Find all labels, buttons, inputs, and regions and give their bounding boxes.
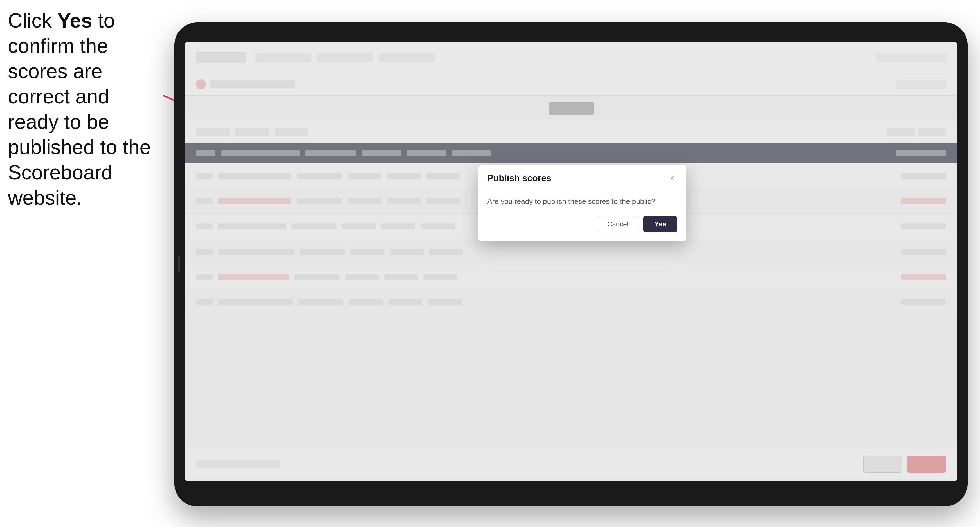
publish-scores-modal[interactable]: Publish scores × Are you ready to publis…: [478, 165, 686, 241]
tablet-side-button: [178, 256, 180, 273]
modal-body: Are you ready to publish these scores to…: [478, 189, 686, 241]
instruction-bold: Yes: [57, 9, 92, 32]
modal-overlay: [185, 42, 958, 481]
cancel-button[interactable]: Cancel: [597, 216, 639, 232]
tablet-device: Publish scores × Are you ready to publis…: [174, 22, 967, 506]
modal-title: Publish scores: [487, 173, 551, 183]
modal-actions: Cancel Yes: [487, 216, 677, 232]
tablet-screen: Publish scores × Are you ready to publis…: [185, 42, 958, 481]
modal-message: Are you ready to publish these scores to…: [487, 197, 677, 206]
modal-header: Publish scores ×: [478, 165, 686, 189]
instruction-text: Click Yes to confirm the scores are corr…: [8, 8, 165, 210]
instruction-suffix: to confirm the scores are correct and re…: [8, 9, 151, 209]
modal-close-button[interactable]: ×: [667, 173, 677, 183]
yes-button[interactable]: Yes: [643, 216, 677, 232]
instruction-prefix: Click: [8, 9, 57, 32]
